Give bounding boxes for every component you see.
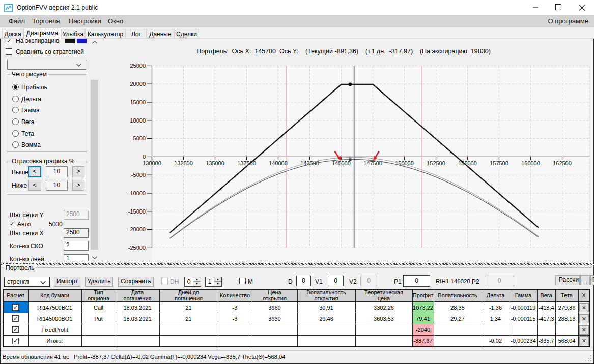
svg-text:-15000: -15000 — [128, 208, 146, 215]
svg-text:0: 0 — [143, 154, 146, 160]
svg-text:20000: 20000 — [130, 81, 146, 87]
svg-text:130000: 130000 — [143, 160, 161, 166]
svg-text:-5000: -5000 — [131, 172, 146, 178]
svg-text:135000: 135000 — [206, 160, 224, 166]
svg-text:10000: 10000 — [130, 117, 146, 124]
svg-text:162500: 162500 — [553, 160, 572, 166]
svg-text:157500: 157500 — [490, 160, 508, 166]
svg-text:140000: 140000 — [269, 160, 288, 166]
svg-text:160000: 160000 — [521, 160, 540, 166]
svg-text:-20000: -20000 — [128, 226, 146, 232]
svg-text:25000: 25000 — [130, 63, 146, 69]
svg-text:-25000: -25000 — [128, 245, 146, 251]
svg-text:-10000: -10000 — [128, 190, 146, 196]
svg-text:Портфель: Ось X: 145700 Ось: Портфель: Ось X: 145700 Ось Y: (Текущий … — [196, 48, 491, 55]
svg-text:145000: 145000 — [332, 160, 351, 166]
svg-text:132500: 132500 — [174, 160, 193, 166]
svg-text:5000: 5000 — [133, 135, 146, 141]
svg-text:152500: 152500 — [427, 160, 445, 166]
svg-text:15000: 15000 — [130, 99, 146, 105]
